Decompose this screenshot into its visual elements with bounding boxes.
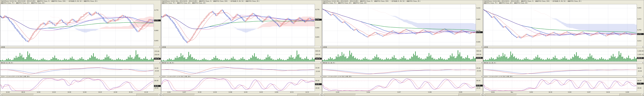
time-label: 14:00 bbox=[37, 92, 40, 93]
time-axis: 10/28Nov11/0216:3011/0411/0716:3011/09 bbox=[483, 91, 644, 94]
chart-legend-line2: 移動平均( Close, 75 ) 移動平均( Close, 20 ) 移動平均… bbox=[323, 2, 482, 4]
chart-legend-line2: 移動平均( Close, 75 ) 移動平均( Close, 20 ) 移動平均… bbox=[1, 2, 160, 4]
chevron-down-icon[interactable]: ▼ bbox=[482, 62, 482, 64]
chart-panel: 日経225mini 11/12( 15分, 2011/10/31 - 2011/… bbox=[161, 0, 322, 96]
time-label: 08:20 bbox=[22, 92, 25, 93]
stoch-section-label: スロー・ストキャスティクス( 14, 3, 80, 20 ) bbox=[323, 76, 352, 78]
stoch-section-label: スロー・ストキャスティクス( 14, 3, 80, 20 ) bbox=[162, 76, 190, 78]
time-label: 14:45 bbox=[259, 92, 263, 93]
stoch-section-label: スロー・ストキャスティクス( 14, 3, 80, 20 ) bbox=[484, 76, 512, 78]
scrollbar-thumb[interactable] bbox=[195, 94, 298, 96]
scroll-left-button[interactable]: ◄ bbox=[0, 94, 2, 96]
chevron-down-icon[interactable]: ▼ bbox=[642, 76, 643, 78]
scroll-right-button[interactable]: ► bbox=[158, 94, 161, 96]
stoch-chart[interactable] bbox=[0, 78, 161, 91]
scrollbar-track[interactable] bbox=[324, 94, 480, 96]
time-label: 14:15 bbox=[306, 92, 309, 93]
time-label: 10/28 bbox=[491, 92, 494, 93]
chart-panel: 日経225mini 11/12( 5分, 2011/11/04 - 2011/1… bbox=[0, 0, 161, 96]
horizontal-scrollbar[interactable]: ◄ ► bbox=[161, 94, 322, 96]
chevron-down-icon[interactable]: ▼ bbox=[320, 62, 321, 64]
stoch-chart[interactable] bbox=[322, 78, 483, 91]
chevron-down-icon[interactable]: ▼ bbox=[482, 46, 482, 48]
volume-section-label: 出来高 bbox=[1, 46, 5, 48]
chevron-down-icon[interactable]: ▼ bbox=[642, 62, 643, 64]
volume-chart[interactable] bbox=[322, 48, 483, 62]
price-chart[interactable] bbox=[322, 4, 483, 46]
time-label: 11/09 bbox=[274, 92, 278, 93]
scroll-left-button[interactable]: ◄ bbox=[322, 94, 324, 96]
stoch-chart[interactable] bbox=[483, 78, 644, 91]
macd-chart[interactable] bbox=[483, 64, 644, 76]
horizontal-scrollbar[interactable]: ◄ ► bbox=[483, 94, 644, 96]
time-label: 05:20 bbox=[129, 92, 132, 93]
macd-chart[interactable] bbox=[322, 64, 483, 76]
chevron-down-icon[interactable]: ▼ bbox=[160, 46, 160, 48]
price-chart[interactable] bbox=[161, 4, 322, 46]
price-chart[interactable] bbox=[483, 4, 644, 46]
volume-section-label: 出来高 bbox=[484, 46, 488, 48]
time-label: 22:00 bbox=[114, 92, 117, 93]
chart-legend-line2: 移動平均( Close, 75 ) 移動平均( Close, 20 ) 移動平均… bbox=[484, 2, 643, 4]
price-chart[interactable] bbox=[0, 4, 161, 46]
time-label: 10:45 bbox=[244, 92, 248, 93]
chevron-down-icon[interactable]: ▼ bbox=[160, 76, 160, 78]
scrollbar-thumb[interactable] bbox=[517, 94, 620, 96]
indicator-legend: 日経225mini 11/12( 5分, 2011/11/04 - 2011/1… bbox=[0, 0, 161, 4]
volume-chart[interactable] bbox=[483, 48, 644, 62]
volume-section-header: 出来高 ▼ bbox=[322, 46, 483, 48]
volume-chart[interactable] bbox=[0, 48, 161, 62]
scrollbar-track[interactable] bbox=[164, 94, 320, 96]
time-label: Nov bbox=[511, 92, 513, 93]
time-label: 14:30 bbox=[213, 92, 217, 93]
time-label: 11/08 bbox=[228, 92, 232, 93]
time-label: 10:30 bbox=[198, 92, 201, 93]
chevron-down-icon[interactable]: ▼ bbox=[320, 46, 321, 48]
volume-chart[interactable] bbox=[161, 48, 322, 62]
macd-section-label: MACD( 12, 26, 9 ) bbox=[162, 62, 174, 64]
scrollbar-track[interactable] bbox=[486, 94, 642, 96]
scroll-right-button[interactable]: ► bbox=[320, 94, 322, 96]
time-label: 11/04 bbox=[366, 92, 370, 93]
scrollbar-thumb[interactable] bbox=[34, 94, 136, 96]
scrollbar-track[interactable] bbox=[2, 94, 158, 96]
macd-chart[interactable] bbox=[161, 64, 322, 76]
chevron-down-icon[interactable]: ▼ bbox=[642, 46, 643, 48]
time-label: 11/04 bbox=[568, 92, 571, 93]
macd-chart[interactable] bbox=[0, 64, 161, 76]
time-label: 11/08 bbox=[428, 92, 432, 93]
chevron-down-icon[interactable]: ▼ bbox=[160, 62, 160, 64]
indicator-legend: 日経225mini 11/12( 30分, 2011/10/21 - 2011/… bbox=[322, 0, 483, 4]
macd-section-label: MACD( 12, 26, 9 ) bbox=[484, 62, 496, 64]
scroll-left-button[interactable]: ◄ bbox=[161, 94, 164, 96]
stoch-chart[interactable] bbox=[161, 78, 322, 91]
horizontal-scrollbar[interactable]: ◄ ► bbox=[322, 94, 483, 96]
indicator-legend: 日経225mini 11/12( 15分, 2011/10/31 - 2011/… bbox=[161, 0, 322, 4]
scrollbar-thumb[interactable] bbox=[356, 94, 458, 96]
time-axis: 02:4008:2014:0010:2016:0010:4016:2022:00… bbox=[0, 91, 161, 94]
time-label: 16:20 bbox=[98, 92, 102, 93]
time-label: 11/04 bbox=[167, 92, 170, 93]
chevron-down-icon[interactable]: ▼ bbox=[320, 76, 321, 78]
time-axis: 11/0211/0411/0711/0811/09 bbox=[322, 91, 483, 94]
chart-panel: 日経225mini 11/12( 30分, 2011/10/21 - 2011/… bbox=[322, 0, 483, 96]
time-label: 11/07 bbox=[182, 92, 186, 93]
time-label: 11/09 bbox=[626, 92, 629, 93]
horizontal-scrollbar[interactable]: ◄ ► bbox=[0, 94, 161, 96]
time-label: 11/02 bbox=[529, 92, 533, 93]
stoch-section-header: スロー・ストキャスティクス( 14, 3, 80, 20 ) ▼ bbox=[483, 76, 644, 78]
scroll-right-button[interactable]: ► bbox=[480, 94, 483, 96]
macd-section-label: MACD( 12, 26, 9 ) bbox=[323, 62, 335, 64]
scroll-right-button[interactable]: ► bbox=[642, 94, 644, 96]
time-label: 11/07 bbox=[587, 92, 590, 93]
macd-section-header: MACD( 12, 26, 9 ) ▼ bbox=[322, 62, 483, 64]
chevron-down-icon[interactable]: ▼ bbox=[482, 76, 482, 78]
time-label: 01:20 bbox=[144, 92, 148, 93]
time-label: 02:40 bbox=[6, 92, 10, 93]
chart-legend-line1: 日経225mini 11/12( 5分, 2011/11/04 - 2011/1… bbox=[1, 0, 160, 2]
macd-section-header: MACD( 12, 26, 9 ) ▼ bbox=[161, 62, 322, 64]
time-label: 11/09 bbox=[459, 92, 462, 93]
stoch-section-header: スロー・ストキャスティクス( 14, 3, 80, 20 ) ▼ bbox=[322, 76, 483, 78]
scroll-left-button[interactable]: ◄ bbox=[483, 94, 486, 96]
time-label: 16:00 bbox=[68, 92, 71, 93]
